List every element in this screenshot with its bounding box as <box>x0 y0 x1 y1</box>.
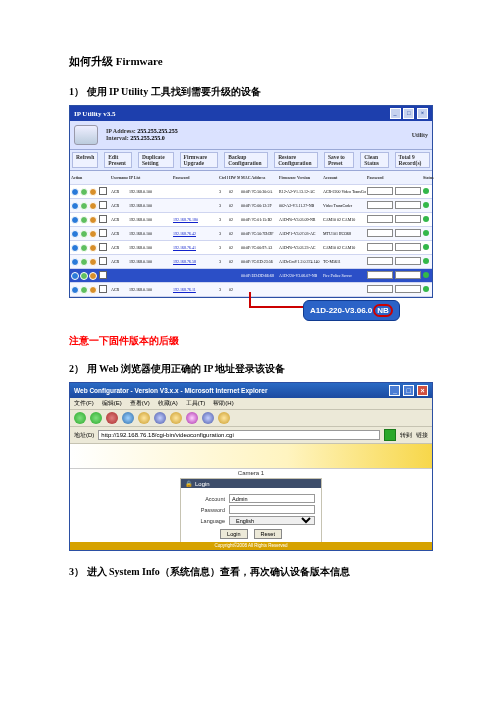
total-records: Total 9 Record(s) <box>395 152 430 168</box>
play-icon[interactable] <box>80 188 88 196</box>
row-checkbox[interactable] <box>99 229 107 237</box>
cell-link[interactable] <box>172 275 218 277</box>
info-icon[interactable] <box>71 258 79 266</box>
refresh-icon[interactable] <box>122 412 134 424</box>
table-row[interactable]: ACR192.168.0.100192.168.76.18030200:0F:7… <box>70 213 432 227</box>
menu-fav[interactable]: 收藏(A) <box>158 399 178 408</box>
account-input[interactable] <box>229 494 315 503</box>
minimize-icon[interactable]: _ <box>390 108 401 119</box>
cell-pw-input[interactable] <box>395 243 421 251</box>
open-icon[interactable] <box>89 188 97 196</box>
play-icon[interactable] <box>80 272 88 280</box>
btn-duplicate[interactable]: Duplicate Setting <box>138 152 174 168</box>
table-row[interactable]: ACR192.168.0.10030200:0F:7C:50:30:0AR12-… <box>70 185 432 199</box>
ie-minimize-icon[interactable]: _ <box>389 385 400 396</box>
cell-link[interactable]: 192.168.76.42 <box>172 230 218 237</box>
play-icon[interactable] <box>80 230 88 238</box>
favorites-icon[interactable] <box>170 412 182 424</box>
password-input[interactable] <box>229 505 315 514</box>
open-icon[interactable] <box>89 272 97 280</box>
table-row[interactable]: ACR192.168.0.10030200:0F:7C:00:12:2F002-… <box>70 199 432 213</box>
history-icon[interactable] <box>186 412 198 424</box>
info-icon[interactable] <box>71 188 79 196</box>
table-row[interactable]: ACR192.168.0.100192.168.76.4130200:0F:7C… <box>70 241 432 255</box>
go-label[interactable]: 转到 <box>400 431 412 440</box>
device-table-header: Action Username IP List Password Ctrl ID… <box>70 171 432 185</box>
close-icon[interactable]: × <box>417 108 428 119</box>
btn-clean-status[interactable]: Clean Status <box>360 152 388 168</box>
row-checkbox[interactable] <box>99 187 107 195</box>
mail-icon[interactable] <box>202 412 214 424</box>
cell-acc-input[interactable] <box>367 201 393 209</box>
print-icon[interactable] <box>218 412 230 424</box>
cell-pw-input[interactable] <box>395 187 421 195</box>
play-icon[interactable] <box>80 244 88 252</box>
row-checkbox[interactable] <box>99 215 107 223</box>
info-icon[interactable] <box>71 272 79 280</box>
row-checkbox[interactable] <box>99 201 107 209</box>
btn-restore[interactable]: Restore Configuration <box>274 152 318 168</box>
btn-save-preset[interactable]: Save to Preset <box>324 152 354 168</box>
table-row[interactable]: 00:0F:ED:DD:66:68A1D-220-V3.06.07-NBFire… <box>70 269 432 283</box>
open-icon[interactable] <box>89 258 97 266</box>
play-icon[interactable] <box>80 216 88 224</box>
btn-refresh[interactable]: Refresh <box>72 152 98 168</box>
cell-acc-input[interactable] <box>367 243 393 251</box>
open-icon[interactable] <box>89 202 97 210</box>
utility-tab[interactable]: Utility <box>412 132 428 138</box>
reset-button[interactable]: Reset <box>254 529 282 539</box>
info-icon[interactable] <box>71 244 79 252</box>
menu-file[interactable]: 文件(F) <box>74 399 94 408</box>
menu-view[interactable]: 查看(V) <box>130 399 150 408</box>
info-icon[interactable] <box>71 216 79 224</box>
ie-maximize-icon[interactable]: □ <box>403 385 414 396</box>
cell-acc-input[interactable] <box>367 215 393 223</box>
play-icon[interactable] <box>80 258 88 266</box>
row-checkbox[interactable] <box>99 257 107 265</box>
cell-pw-input[interactable] <box>395 215 421 223</box>
menu-edit[interactable]: 编辑(E) <box>102 399 122 408</box>
cell-link[interactable]: 192.168.76.41 <box>172 244 218 251</box>
links-label[interactable]: 链接 <box>416 431 428 440</box>
cell-link[interactable] <box>172 205 218 207</box>
cell-link[interactable]: 192.168.76.180 <box>172 216 218 223</box>
play-icon[interactable] <box>80 202 88 210</box>
cell-acc-input[interactable] <box>367 257 393 265</box>
table-row[interactable]: ACR192.168.0.100192.168.76.4230200:0F:7C… <box>70 227 432 241</box>
open-icon[interactable] <box>89 230 97 238</box>
cell-pw-input[interactable] <box>395 257 421 265</box>
info-icon[interactable] <box>71 230 79 238</box>
info-icon[interactable] <box>71 202 79 210</box>
back-icon[interactable] <box>74 412 86 424</box>
btn-backup[interactable]: Backup Configuration <box>224 152 268 168</box>
cell-acc-input[interactable] <box>367 229 393 237</box>
menu-tools[interactable]: 工具(T) <box>186 399 206 408</box>
btn-edit-present[interactable]: Edit Present <box>104 152 132 168</box>
cell-acc-input[interactable] <box>367 271 393 279</box>
cell-link[interactable]: 192.168.76.58 <box>172 258 218 265</box>
open-icon[interactable] <box>89 216 97 224</box>
btn-fw-upgrade[interactable]: Firmware Upgrade <box>180 152 219 168</box>
row-checkbox[interactable] <box>99 243 107 251</box>
forward-icon[interactable] <box>90 412 102 424</box>
maximize-icon[interactable]: □ <box>403 108 414 119</box>
cell-pw-input[interactable] <box>395 271 421 279</box>
row-checkbox[interactable] <box>99 271 107 279</box>
col-action: Action <box>70 174 98 181</box>
stop-icon[interactable] <box>106 412 118 424</box>
menu-help[interactable]: 帮助(H) <box>213 399 233 408</box>
ie-close-icon[interactable]: × <box>417 385 428 396</box>
login-button[interactable]: Login <box>220 529 247 539</box>
search-icon[interactable] <box>154 412 166 424</box>
language-select[interactable]: English <box>229 516 315 525</box>
home-icon[interactable] <box>138 412 150 424</box>
table-row[interactable]: ACR192.168.0.100192.168.76.5830200:0F:7C… <box>70 255 432 269</box>
open-icon[interactable] <box>89 244 97 252</box>
cell-pw-input[interactable] <box>395 229 421 237</box>
cell-acc-input[interactable] <box>367 187 393 195</box>
cell-pw-input[interactable] <box>395 201 421 209</box>
address-input[interactable] <box>98 430 380 440</box>
cell-link[interactable] <box>172 191 218 193</box>
go-button-icon[interactable] <box>384 429 396 441</box>
cell-user: ACR <box>110 230 128 237</box>
